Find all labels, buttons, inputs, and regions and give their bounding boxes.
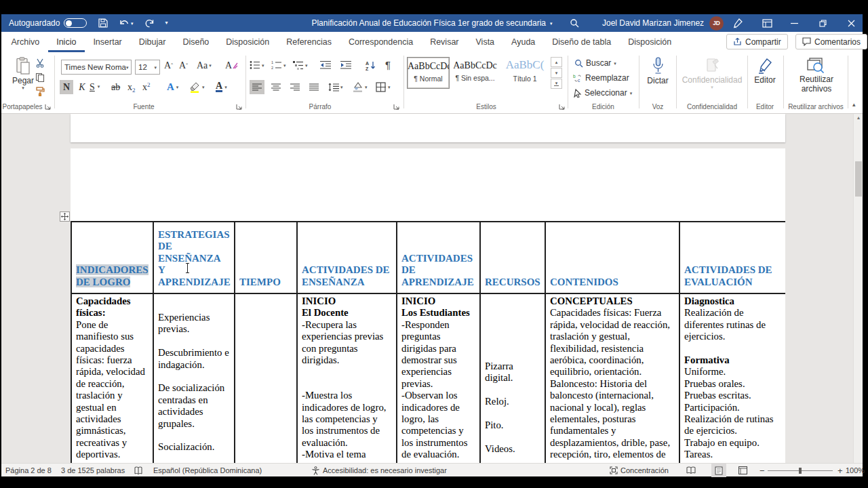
user-name[interactable]: Joel David Marizan Jimenez [602, 18, 704, 28]
tab-disposición[interactable]: Disposición [218, 33, 278, 52]
font-size-select[interactable]: 12▾ [135, 60, 160, 75]
copy-icon[interactable] [35, 73, 45, 82]
body-cell-3[interactable] [235, 293, 297, 463]
undo-button[interactable]: ▾ [119, 18, 134, 28]
borders-button[interactable]: ▾ [376, 80, 391, 94]
highlight-button[interactable]: ▾ [190, 80, 205, 94]
table-move-handle[interactable] [60, 211, 70, 222]
subscript-button[interactable]: x2 [127, 80, 136, 94]
change-case-button[interactable]: Aa▾ [197, 60, 212, 71]
sort-button[interactable]: AZ [366, 60, 377, 70]
tab-insertar[interactable]: Insertar [85, 33, 130, 52]
search-icon[interactable] [570, 18, 579, 28]
cut-icon[interactable] [35, 58, 45, 68]
text-effects-button[interactable]: A▾ [167, 80, 178, 94]
proofing-icon[interactable] [134, 464, 142, 477]
tab-inicio[interactable]: Inicio [48, 33, 85, 52]
tab-revisar[interactable]: Revisar [422, 33, 467, 52]
tab-archivo[interactable]: Archivo [3, 33, 48, 52]
header-cell-4[interactable]: ACTIVIDADES DE ENSEÑANZA [297, 222, 397, 293]
bold-button[interactable]: N [60, 80, 73, 94]
align-right-button[interactable] [288, 80, 302, 94]
clear-formatting-button[interactable]: A [225, 60, 238, 71]
header-cell-7[interactable]: CONTENIDOS [545, 222, 679, 293]
decrease-indent-button[interactable] [320, 60, 331, 70]
align-left-button[interactable] [250, 80, 264, 94]
close-button[interactable] [848, 20, 855, 27]
multilevel-list-button[interactable]: ▾ [293, 60, 308, 70]
collapse-ribbon-icon[interactable]: ▴ [852, 102, 856, 108]
scrollbar-thumb[interactable] [855, 161, 862, 197]
vertical-scrollbar[interactable]: ▴ [853, 114, 863, 463]
focus-mode-button[interactable]: Concentración [610, 464, 669, 477]
font-name-select[interactable]: Times New Roma▾ [61, 60, 132, 75]
language-indicator[interactable]: Español (República Dominicana) [153, 464, 262, 477]
tab-diseño[interactable]: Diseño [174, 33, 218, 52]
superscript-button[interactable]: x2 [142, 80, 151, 94]
tab-dibujar[interactable]: Dibujar [130, 33, 174, 52]
tab-diseño-de-tabla[interactable]: Diseño de tabla [544, 33, 620, 52]
align-center-button[interactable] [269, 80, 283, 94]
autosave-toggle[interactable] [64, 18, 87, 28]
redo-button[interactable] [144, 18, 155, 28]
reuse-files-button[interactable]: Reutilizar archivos [787, 57, 846, 94]
header-cell-1[interactable]: INDICADORES DE LOGRO [71, 222, 153, 293]
font-color-button[interactable]: A▾ [216, 80, 227, 94]
shading-button[interactable]: ▾ [353, 80, 368, 94]
line-spacing-button[interactable]: ▾ [328, 80, 343, 94]
style-título-1[interactable]: AaBbC(Título 1 [500, 57, 549, 89]
restore-button[interactable] [819, 20, 827, 27]
comments-button[interactable]: Comentarios [795, 34, 867, 49]
tab-ayuda[interactable]: Ayuda [503, 33, 544, 52]
zoom-slider[interactable] [768, 464, 833, 477]
paragraph-mark-button[interactable]: ¶ [385, 59, 391, 70]
body-cell-8[interactable]: Diagnostica Realización de diferentes ru… [679, 293, 785, 463]
justify-button[interactable] [307, 80, 321, 94]
paragraph-dialog-launcher[interactable] [393, 104, 400, 110]
italic-button[interactable]: K [76, 80, 88, 94]
increase-indent-button[interactable] [340, 60, 351, 70]
shrink-font-button[interactable]: Aˇ [179, 60, 188, 71]
header-cell-3[interactable]: TIEMPO [235, 222, 297, 293]
select-button[interactable]: Seleccionar▾ [574, 88, 632, 98]
styles-dialog-launcher[interactable] [559, 104, 566, 110]
word-count[interactable]: 3 de 1525 palabras [61, 464, 125, 477]
page-indicator[interactable]: Página 2 de 8 [5, 464, 52, 477]
editor-button[interactable]: Editor [750, 57, 780, 85]
clipboard-dialog-launcher[interactable] [45, 104, 52, 110]
format-painter-icon[interactable] [35, 87, 45, 96]
read-mode-icon[interactable] [686, 464, 696, 477]
zoom-in-button[interactable]: + [837, 464, 843, 477]
save-icon[interactable] [98, 18, 108, 28]
page-2[interactable]: INDICADORES DE LOGROESTRATEGIAS DE ENSEÑ… [71, 148, 785, 463]
styles-scroll-down[interactable]: ▾ [551, 68, 562, 78]
header-cell-2[interactable]: ESTRATEGIAS DE ENSEÑANZA Y APRENDIZAJE [153, 222, 235, 293]
document-title[interactable]: Planificación Anual de Educación Física … [311, 18, 546, 28]
quick-access-more-icon[interactable]: ▾ [165, 20, 168, 26]
strikethrough-button[interactable]: ab [111, 80, 120, 94]
numbering-button[interactable]: 12▾ [271, 60, 286, 70]
web-layout-icon[interactable] [738, 464, 747, 477]
body-cell-1[interactable]: Capacidades físicas: Pone de manifiesto … [71, 293, 153, 463]
replace-button[interactable]: bcReemplazar [573, 73, 629, 83]
bullets-button[interactable]: ▾ [250, 60, 264, 70]
share-button[interactable]: Compartir [726, 34, 788, 49]
underline-button[interactable]: S▾ [90, 80, 100, 94]
avatar[interactable]: JD [709, 16, 724, 30]
tab-correspondencia[interactable]: Correspondencia [340, 33, 421, 52]
body-cell-7[interactable]: CONCEPTUALES Capacidades físicas: Fuerza… [545, 293, 679, 463]
styles-more[interactable]: ▾ [551, 79, 562, 89]
header-cell-5[interactable]: ACTIVIDADES DE APRENDIZAJE [397, 222, 480, 293]
zoom-out-button[interactable]: − [760, 464, 765, 477]
zoom-level[interactable]: 100% [846, 464, 865, 477]
accessibility-status[interactable]: Accesibilidad: es necesario investigar [311, 464, 447, 477]
find-button[interactable]: Buscar▾ [574, 58, 616, 68]
body-cell-6[interactable]: Pizarra digital. Reloj. Pito. Videos. [480, 293, 545, 463]
tab-vista[interactable]: Vista [467, 33, 503, 52]
style--sin-espa-[interactable]: AaBbCcDc¶ Sin espa... [451, 57, 499, 89]
paste-button[interactable]: Pegar ▾ [9, 57, 37, 90]
styles-scroll-up[interactable]: ▴ [551, 57, 562, 67]
header-cell-6[interactable]: RECURSOS [480, 222, 545, 293]
body-cell-2[interactable]: Experiencias previas. Descubrimiento e i… [153, 293, 235, 463]
style--normal[interactable]: AaBbCcDc¶ Normal [407, 57, 450, 89]
